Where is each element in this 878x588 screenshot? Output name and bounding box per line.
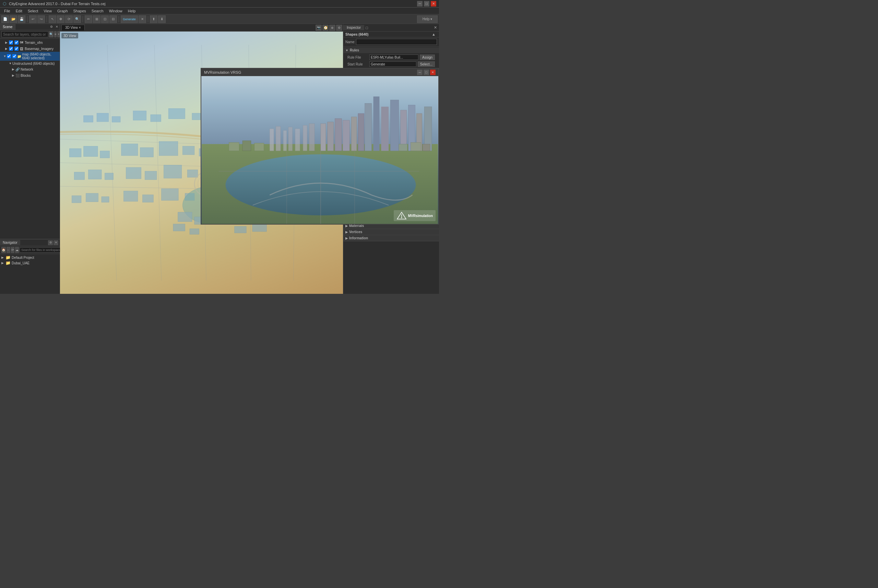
name-field-label: Name xyxy=(345,40,355,44)
basemap-checkbox[interactable] xyxy=(9,46,13,51)
vertices-header[interactable]: ▶ Vertices xyxy=(343,229,439,235)
zoom-tool[interactable]: 🔍 xyxy=(74,15,81,23)
help-btn[interactable]: Help ▾ xyxy=(417,15,438,23)
orbit-tool[interactable]: ⟳ xyxy=(65,15,73,23)
menu-search[interactable]: Search xyxy=(89,8,106,14)
tree-expand-basemap[interactable]: ▶ xyxy=(4,46,8,51)
align-button[interactable]: ⊟ xyxy=(110,15,117,23)
scene-close-btn[interactable]: ✕ xyxy=(54,24,60,30)
basemap-label: Basemap_Imagery xyxy=(25,47,54,51)
nav-close-btn[interactable]: ✕ xyxy=(54,240,58,245)
redo-button[interactable]: ↪ xyxy=(38,15,45,23)
rules-section-header[interactable]: ▼ Rules xyxy=(343,47,439,53)
scene-filter-btn[interactable]: ≡ xyxy=(54,31,57,38)
svg-rect-39 xyxy=(124,191,138,201)
delete-button[interactable]: ✕ xyxy=(138,15,146,23)
name-input[interactable] xyxy=(356,39,437,45)
terrain-icon: 🗺 xyxy=(19,40,24,45)
tab-scene[interactable]: Scene xyxy=(0,24,15,30)
scene-search-button[interactable]: 🔍 xyxy=(49,31,54,38)
vertices-arrow: ▶ xyxy=(345,230,348,234)
tree-expand-blocks[interactable]: ▶ xyxy=(11,74,15,78)
terrain-vis-checkbox[interactable] xyxy=(14,40,18,45)
start-rule-input[interactable] xyxy=(369,62,416,67)
undo-button[interactable]: ↩ xyxy=(29,15,37,23)
navigator-search-input[interactable] xyxy=(20,247,62,253)
inspector-expand-btn[interactable]: □ xyxy=(364,26,369,30)
nav-item-dubai[interactable]: ▶ 📁 Dubai_UAE xyxy=(0,260,60,266)
vp-nav-btn[interactable]: 🧭 xyxy=(323,25,329,31)
inspector-tab[interactable]: Inspector xyxy=(343,25,364,30)
information-header[interactable]: ▶ Information xyxy=(343,235,439,241)
vp-camera-btn[interactable]: 📷 xyxy=(315,25,322,31)
nav-refresh-btn[interactable]: ⟳ xyxy=(11,247,14,253)
basemap-vis-checkbox[interactable] xyxy=(14,46,18,51)
tree-expand-terrain[interactable]: ▶ xyxy=(4,40,8,45)
tree-item-map[interactable]: ▼ 📁 map (6640 objects, 6640 selected) xyxy=(0,52,60,61)
nav-home-btn[interactable]: 🏠 xyxy=(2,247,6,253)
viewport-tabs: 3D View × 📷 🧭 ⊕ ⚙ xyxy=(60,24,343,32)
rule-assign-btn[interactable]: Assign xyxy=(420,54,435,60)
vp-zoom-btn[interactable]: ⊕ xyxy=(329,25,335,31)
vrsg-minimize-btn[interactable]: ─ xyxy=(417,70,423,75)
nav-settings-btn[interactable]: ⚙ xyxy=(48,240,53,245)
new-button[interactable]: 📄 xyxy=(2,15,9,23)
viewport-toolbar: 📷 🧭 ⊕ ⚙ xyxy=(315,24,343,32)
tree-expand-map[interactable]: ▼ xyxy=(3,54,6,58)
shapes-expand-btn[interactable]: ▲ xyxy=(431,32,437,36)
tree-item-terrain[interactable]: ▶ 🗺 Terrain_xfm xyxy=(0,39,60,46)
select-tool[interactable]: ↖ xyxy=(49,15,56,23)
vp-settings-btn[interactable]: ⚙ xyxy=(336,25,342,31)
draw-button[interactable]: ✏ xyxy=(85,15,92,23)
offset-button[interactable]: ⊡ xyxy=(101,15,109,23)
tree-expand-unstructured[interactable]: ▼ xyxy=(8,62,12,66)
shapes-title: Shapes (6640) xyxy=(345,33,431,36)
nav-cloud-btn[interactable]: ☁ xyxy=(15,247,19,253)
menu-view[interactable]: View xyxy=(41,8,54,14)
menu-shapes[interactable]: Shapes xyxy=(71,8,89,14)
start-rule-select-btn[interactable]: Select... xyxy=(418,62,435,67)
import-button[interactable]: ⬇ xyxy=(158,15,166,23)
minimize-button[interactable]: ─ xyxy=(417,1,423,6)
navigator-tab[interactable]: Navigator xyxy=(0,240,20,245)
tree-item-unstructured[interactable]: ▼ Unstructured (6640 objects) xyxy=(0,61,60,66)
map-checkbox[interactable] xyxy=(7,54,11,58)
scene-settings-btn[interactable]: ⚙ xyxy=(49,24,54,30)
inspector-close-btn[interactable]: ✕ xyxy=(432,26,439,30)
menu-edit[interactable]: Edit xyxy=(13,8,25,14)
tree-item-network[interactable]: ▶ 🔗 Network xyxy=(0,66,60,72)
navigator-tab-bar: Navigator ⚙ ✕ xyxy=(0,239,60,246)
viewport-tab-3d[interactable]: 3D View × xyxy=(62,25,85,30)
svg-rect-96 xyxy=(295,129,300,151)
nav-back-btn[interactable]: ← xyxy=(6,247,10,253)
scene-panel-tabs: Scene ⚙ ✕ xyxy=(0,24,60,30)
vrsg-maximize-btn[interactable]: □ xyxy=(423,70,429,75)
svg-rect-41 xyxy=(162,189,179,200)
map-vis-checkbox[interactable] xyxy=(12,54,17,58)
scene-add-btn[interactable]: + xyxy=(57,31,60,38)
pan-tool[interactable]: ✥ xyxy=(57,15,65,23)
split-button[interactable]: ⊞ xyxy=(93,15,101,23)
close-button[interactable]: ✕ xyxy=(431,1,436,6)
nav-item-default[interactable]: ▶ 📁 Default Project xyxy=(0,255,60,260)
menu-select[interactable]: Select xyxy=(25,8,41,14)
generate-button[interactable]: Generate xyxy=(121,15,138,23)
vrsg-3d-view[interactable]: MVRsimulation xyxy=(201,76,438,224)
vrsg-close-btn[interactable]: ✕ xyxy=(430,70,435,75)
vrsg-content[interactable]: MVRsimulation xyxy=(201,76,438,224)
menu-window[interactable]: Window xyxy=(106,8,125,14)
save-button[interactable]: 💾 xyxy=(18,15,26,23)
menu-file[interactable]: File xyxy=(2,8,13,14)
tree-item-basemap[interactable]: ▶ 🖼 Basemap_Imagery xyxy=(0,46,60,52)
scene-search-input[interactable] xyxy=(2,31,48,38)
rule-file-input[interactable] xyxy=(369,54,419,60)
tree-expand-network[interactable]: ▶ xyxy=(11,67,15,71)
menu-graph[interactable]: Graph xyxy=(54,8,71,14)
unstructured-label: Unstructured (6640 objects) xyxy=(12,62,54,66)
menu-help[interactable]: Help xyxy=(125,8,138,14)
open-button[interactable]: 📂 xyxy=(10,15,17,23)
terrain-checkbox[interactable] xyxy=(9,40,13,45)
tree-item-blocks[interactable]: ▶ ⬛ Blocks xyxy=(0,72,60,78)
maximize-button[interactable]: □ xyxy=(424,1,429,6)
export-button[interactable]: ⬆ xyxy=(150,15,158,23)
